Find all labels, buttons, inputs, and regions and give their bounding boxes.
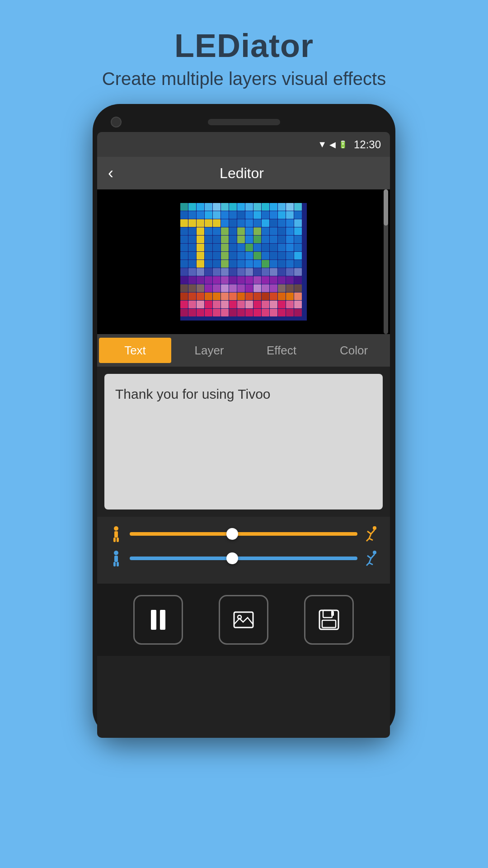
svg-rect-182 (180, 301, 188, 308)
text-input-area[interactable]: Thank you for using Tivoo (104, 374, 383, 509)
size-slider-thumb[interactable] (226, 552, 238, 564)
svg-rect-27 (262, 211, 269, 219)
svg-rect-142 (221, 276, 229, 284)
svg-rect-138 (188, 276, 196, 284)
svg-rect-158 (229, 284, 237, 292)
svg-rect-82 (221, 244, 229, 251)
svg-rect-174 (237, 292, 245, 300)
tab-effect[interactable]: Effect (245, 334, 318, 367)
svg-rect-9 (237, 203, 245, 211)
svg-rect-43 (270, 219, 277, 227)
svg-rect-35 (205, 219, 212, 227)
svg-rect-139 (197, 276, 204, 284)
svg-rect-167 (180, 292, 188, 300)
svg-rect-159 (237, 284, 245, 292)
sliders-section (97, 517, 390, 584)
svg-rect-178 (270, 292, 277, 300)
tab-color[interactable]: Color (318, 334, 390, 367)
svg-rect-119 (278, 260, 286, 268)
phone-top-bar (97, 108, 391, 132)
status-icons: ▼ ◀ 🔋 (318, 139, 347, 150)
svg-rect-214 (113, 538, 116, 542)
speed-slider-thumb[interactable] (226, 528, 238, 540)
svg-rect-111 (213, 260, 221, 268)
text-content[interactable]: Thank you for using Tivoo (115, 385, 372, 404)
svg-rect-2 (180, 203, 188, 211)
svg-rect-50 (205, 227, 212, 235)
back-button[interactable]: ‹ (108, 164, 113, 183)
svg-rect-134 (278, 268, 286, 276)
scrollbar-thumb[interactable] (384, 189, 388, 226)
large-person-icon (363, 550, 379, 566)
phone-speaker (208, 119, 280, 125)
svg-rect-70 (245, 236, 253, 243)
tab-text[interactable]: Text (99, 338, 171, 363)
svg-rect-28 (270, 211, 277, 219)
svg-line-219 (369, 534, 371, 538)
speed-slider-track[interactable] (130, 532, 357, 536)
svg-rect-116 (253, 260, 261, 268)
svg-rect-207 (262, 309, 269, 316)
svg-rect-16 (294, 203, 302, 211)
svg-rect-47 (180, 227, 188, 235)
svg-rect-144 (237, 276, 245, 284)
svg-rect-81 (213, 244, 221, 251)
svg-rect-66 (213, 236, 221, 243)
svg-rect-151 (294, 276, 302, 284)
svg-rect-122 (180, 268, 188, 276)
svg-rect-165 (286, 284, 294, 292)
svg-rect-186 (213, 301, 221, 308)
led-pixel-art (180, 203, 307, 321)
svg-rect-169 (197, 292, 204, 300)
svg-rect-60 (286, 227, 294, 235)
gallery-button[interactable] (219, 595, 268, 645)
svg-rect-215 (117, 538, 119, 542)
svg-rect-188 (229, 301, 237, 308)
scrollbar-track[interactable] (384, 189, 388, 334)
phone-mockup: ▼ ◀ 🔋 12:30 ‹ Leditor (93, 104, 395, 841)
svg-rect-101 (253, 252, 261, 259)
save-button[interactable] (304, 595, 354, 645)
svg-rect-96 (213, 252, 221, 259)
svg-rect-84 (237, 244, 245, 251)
svg-rect-166 (294, 284, 302, 292)
gallery-icon (232, 609, 255, 631)
svg-rect-53 (229, 227, 237, 235)
svg-rect-154 (197, 284, 204, 292)
svg-rect-153 (188, 284, 196, 292)
svg-line-229 (367, 556, 371, 558)
status-time: 12:30 (354, 138, 381, 151)
svg-rect-175 (245, 292, 253, 300)
svg-rect-193 (270, 301, 277, 308)
wifi-icon: ▼ (318, 139, 327, 150)
svg-rect-91 (294, 244, 302, 251)
svg-rect-75 (286, 236, 294, 243)
app-header: LEDiator Create multiple layers visual e… (0, 0, 488, 107)
svg-rect-103 (270, 252, 277, 259)
svg-rect-12 (262, 203, 269, 211)
svg-rect-55 (245, 227, 253, 235)
svg-rect-41 (253, 219, 261, 227)
tab-layer[interactable]: Layer (173, 334, 245, 367)
svg-rect-20 (205, 211, 212, 219)
svg-rect-110 (205, 260, 212, 268)
svg-rect-202 (221, 309, 229, 316)
svg-line-218 (367, 531, 371, 534)
svg-rect-7 (221, 203, 229, 211)
svg-rect-51 (213, 227, 221, 235)
svg-rect-210 (286, 309, 294, 316)
svg-rect-170 (205, 292, 212, 300)
svg-rect-83 (229, 244, 237, 251)
svg-rect-45 (286, 219, 294, 227)
svg-rect-97 (221, 252, 229, 259)
svg-rect-25 (245, 211, 253, 219)
svg-rect-6 (213, 203, 221, 211)
svg-rect-225 (113, 562, 116, 566)
pause-button[interactable] (133, 595, 183, 645)
svg-rect-69 (237, 236, 245, 243)
svg-rect-78 (188, 244, 196, 251)
svg-rect-105 (286, 252, 294, 259)
size-slider-track[interactable] (130, 557, 357, 560)
svg-rect-76 (294, 236, 302, 243)
svg-rect-133 (270, 268, 277, 276)
